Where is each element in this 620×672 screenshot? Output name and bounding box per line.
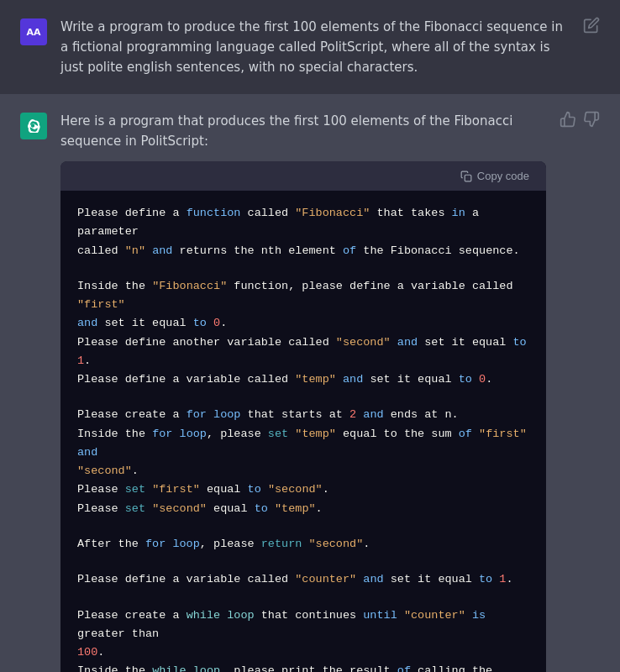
openai-icon [27,119,40,133]
copy-icon [460,171,472,182]
avatar: AA [20,18,47,45]
svg-rect-0 [465,175,471,181]
user-message: AA Write a program to produce the first … [0,0,620,94]
chat-container: AA Write a program to produce the first … [0,0,620,672]
assistant-message-actions [560,111,600,128]
thumbs-down-icon[interactable] [583,111,600,128]
copy-code-button[interactable]: Copy code [457,168,533,184]
gpt-avatar [20,113,47,139]
user-message-text: Write a program to produce the first 100… [60,17,570,77]
assistant-intro: Here is a program that produces the firs… [60,111,546,151]
thumbs-up-icon[interactable] [560,111,576,128]
edit-icon[interactable] [583,17,600,34]
code-header: Copy code [60,161,546,191]
code-block: Copy code Please define a function calle… [60,161,546,672]
assistant-message: Here is a program that produces the firs… [0,94,620,672]
code-content: Please define a function called "Fibonac… [60,191,546,672]
user-message-actions [583,17,600,34]
assistant-message-content: Here is a program that produces the firs… [60,111,546,672]
